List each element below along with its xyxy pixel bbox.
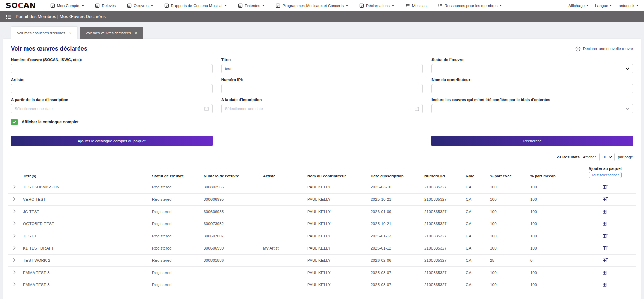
add-to-package-icon[interactable]	[602, 208, 608, 214]
table-row: EMMA TEST 3 Registered PAUL KELLY 2025-0…	[8, 266, 636, 279]
cell-perf-share: 100	[487, 181, 528, 193]
nav-menu-item[interactable]: Mes cas	[405, 3, 427, 8]
cell-mech-share: 100	[528, 242, 574, 254]
nav-menu-item[interactable]: Programmes Musicaux et Concerts	[276, 3, 348, 8]
add-to-package-icon[interactable]	[602, 196, 608, 202]
cell-role: CA	[463, 242, 487, 254]
nav-menu-item[interactable]: Ressources pour les membres	[438, 3, 502, 8]
contributor-label: Nom du contributeur:	[431, 78, 633, 82]
agreements-select[interactable]	[431, 104, 633, 113]
select-all-button[interactable]: Tout sélectionner	[589, 172, 622, 178]
add-to-package-icon[interactable]	[602, 282, 608, 287]
form-icon	[95, 3, 100, 8]
add-to-package-icon[interactable]	[602, 233, 608, 239]
cell-date: 2025-10-21	[368, 193, 422, 205]
expand-row-chevron-icon[interactable]	[13, 282, 16, 286]
cell-perf-share: 100	[487, 279, 528, 291]
cell-contributor: PAUL KELLY	[305, 242, 368, 254]
chevron-down-icon	[225, 5, 227, 6]
expand-row-chevron-icon[interactable]	[13, 234, 16, 238]
form-icon	[276, 3, 280, 8]
search-button[interactable]: Recherche	[431, 136, 633, 146]
chevron-down-icon	[500, 5, 502, 6]
close-icon[interactable]: ×	[135, 31, 137, 35]
works-table: Titre(s) Statut de l'œuvre Numéro de l'œ…	[8, 165, 636, 291]
nav-menu-item[interactable]: Oeuvres	[127, 3, 153, 8]
cell-status: Registered	[149, 230, 201, 242]
tab[interactable]: Voir mes ébauches d'œuvres ×	[11, 27, 77, 39]
cell-role: CA	[463, 266, 487, 279]
form-icon	[50, 3, 55, 8]
cell-artist	[260, 193, 305, 205]
filter-form: Numéro d'œuvre (SOCAN, ISWC, etc.): Titr…	[8, 58, 636, 118]
cell-title: VERO TEST	[20, 193, 149, 205]
form-icon	[164, 3, 169, 8]
cell-contributor: PAUL KELLY	[305, 266, 368, 279]
expand-row-chevron-icon[interactable]	[13, 258, 16, 262]
nav-menu-item[interactable]: Rapports de Contenu Musical	[164, 3, 227, 8]
nav-menu-item[interactable]: Mon Compte	[50, 3, 84, 8]
nav-menu-item[interactable]: Réclamations	[359, 3, 394, 8]
title-label: Titre:	[221, 58, 423, 62]
contributor-input[interactable]	[431, 84, 633, 93]
chevron-down-icon	[609, 155, 612, 159]
cell-ipi: 2100335327	[422, 205, 463, 218]
cell-role: CA	[463, 181, 487, 193]
nav-menu-item[interactable]: antunesk	[619, 4, 638, 8]
work-status-label: Statut de l'œuvre:	[431, 58, 633, 62]
add-to-package-icon[interactable]	[602, 257, 608, 263]
date-from-input[interactable]: Sélectionner une date	[11, 104, 213, 113]
cell-contributor: PAUL KELLY	[305, 254, 368, 266]
add-to-package-icon[interactable]	[602, 245, 608, 251]
page-size-select[interactable]: 10	[599, 153, 615, 161]
cell-date: 2026-01-13	[368, 230, 422, 242]
nav-right-menu: Affichage Langue antunesk	[568, 4, 638, 8]
content-card: Voir mes œuvres déclarées Déclarer une n…	[3, 39, 641, 299]
title-input[interactable]: test	[221, 64, 423, 73]
cell-status: Registered	[149, 266, 201, 279]
cell-date: 2025-10-21	[368, 218, 422, 230]
declare-new-work-link[interactable]: Déclarer une nouvelle œuvre	[575, 46, 633, 52]
nav-menu-item[interactable]: Relevés	[95, 3, 116, 8]
artist-input[interactable]	[11, 84, 213, 93]
add-to-package-icon[interactable]	[602, 270, 608, 275]
cell-work-number: 300606995	[201, 193, 260, 205]
cell-status: Registered	[149, 193, 201, 205]
cell-perf-share: 25	[487, 254, 528, 266]
expand-row-chevron-icon[interactable]	[13, 270, 16, 274]
expand-row-chevron-icon[interactable]	[13, 246, 16, 250]
expand-row-chevron-icon[interactable]	[13, 221, 16, 225]
cell-contributor: PAUL KELLY	[305, 230, 368, 242]
col-mech-share: % part mécan.	[528, 165, 574, 181]
cell-work-number	[201, 279, 260, 291]
tab[interactable]: Voir mes œuvres déclarées ×	[80, 27, 143, 39]
nav-menu-item[interactable]: Affichage	[568, 4, 588, 8]
ipi-input[interactable]	[221, 84, 423, 93]
form-icon	[238, 3, 243, 8]
expand-row-chevron-icon[interactable]	[13, 197, 16, 201]
expand-row-chevron-icon[interactable]	[13, 209, 16, 213]
add-to-package-icon[interactable]	[602, 221, 608, 226]
expand-row-chevron-icon[interactable]	[13, 185, 16, 189]
nav-menu-item[interactable]: Langue	[595, 4, 612, 8]
work-status-select[interactable]	[431, 64, 633, 73]
cell-status: Registered	[149, 181, 201, 193]
full-catalog-checkbox[interactable]	[11, 119, 18, 125]
results-count: 23 Résultats	[557, 155, 580, 159]
close-icon[interactable]: ×	[69, 31, 71, 35]
col-work-number: Numéro de l'œuvre	[201, 165, 260, 181]
table-row: TEST 1 Registered 300607007 PAUL KELLY 2…	[8, 230, 636, 242]
add-to-package-icon[interactable]	[602, 184, 608, 190]
date-to-label: À la date d'inscription	[221, 98, 423, 102]
table-row: EMMA TEST 3 Registered PAUL KELLY 2025-0…	[8, 279, 636, 291]
date-to-input[interactable]: Sélectionner une date	[221, 104, 423, 113]
col-date: Date d'inscription	[368, 165, 422, 181]
cell-artist	[260, 279, 305, 291]
tab-bar: Voir mes ébauches d'œuvres × Voir mes œu…	[11, 27, 644, 39]
cell-artist	[260, 218, 305, 230]
nav-menu-item[interactable]: Ententes	[238, 3, 264, 8]
cell-mech-share: 0	[528, 254, 574, 266]
add-catalog-to-package-button[interactable]: Ajouter le catalogue complet au paquet	[11, 136, 213, 146]
socan-logo[interactable]: SOCAN	[6, 2, 36, 9]
work-number-input[interactable]	[11, 64, 213, 73]
